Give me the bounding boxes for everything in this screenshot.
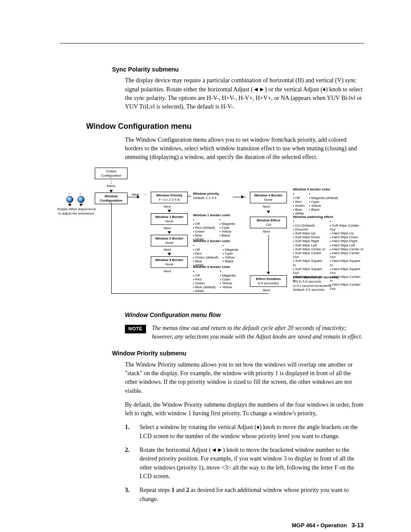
arrow-down-icon: [168, 210, 171, 212]
next-label: Next: [263, 288, 270, 292]
wpri-p1: The Window Priority submenu allows you t…: [125, 361, 364, 395]
bc-col-right: MagentaCyanYellowBlack: [219, 218, 235, 241]
lr-arrow-icon: ↔: [67, 192, 71, 196]
wpri-p2: By default, the Window Priority submenu …: [125, 401, 364, 418]
adjust-knob-vertical: [78, 196, 84, 203]
flow-caption: Window Configuration menu flow: [125, 311, 364, 319]
effect-duration-box: Effect Duration 0.5 second(s): [250, 275, 287, 286]
next-label: Next: [263, 205, 270, 208]
arrow-down-icon: [79, 204, 83, 206]
edur-title: Effect Duration: [252, 277, 285, 281]
menu-label: Menu: [107, 184, 115, 188]
output-config-label: Output Configuration: [101, 169, 121, 177]
window-config-paragraph: The Window Configuration menu allows you…: [125, 136, 364, 162]
arrow-right-text: →: [143, 193, 146, 196]
wp-side-title: Window priority: [193, 192, 219, 196]
window3-border-box: Window 3 Border None: [151, 256, 188, 268]
adjust-knob-horizontal: [66, 196, 73, 203]
next-label: Next: [164, 269, 171, 273]
next-label: Next: [164, 248, 171, 252]
bc4-title: Window 4 border color: [293, 187, 330, 191]
page: Sync Polarity submenu The display device…: [0, 0, 411, 532]
w3b-value: None: [153, 262, 186, 266]
next-label: Next: [263, 230, 270, 233]
window-config-box: Window Configuration: [95, 193, 128, 204]
edur-value: 0.5 second(s): [252, 281, 285, 285]
w4b-value: None: [252, 198, 285, 202]
window-config-box-label: Window Configuration: [100, 194, 122, 202]
top-rule: [60, 43, 364, 44]
ws-col-right: Soft Wipe Curtain OutHard Wipe UpHard Wi…: [330, 219, 364, 290]
arrow-down-icon: [168, 253, 171, 255]
window-priority-box: Window Priority F <1> 2 3 4 B: [151, 192, 188, 203]
step-1: Select a window by rotating the vertical…: [125, 423, 364, 441]
connector: [233, 197, 246, 197]
w1b-value: None: [153, 219, 186, 223]
weff-title: Window Effect: [252, 218, 285, 222]
bc2-list: OffRedGreen (default)BlueWhite MagentaCy…: [193, 243, 238, 267]
connector: [111, 178, 112, 184]
arrow-down-icon: [168, 231, 171, 234]
window-config-heading: Window Configuration menu: [86, 121, 364, 132]
bc-col-left: OffRedGreenBlue (default)White: [193, 269, 216, 293]
bc-col-left: OffRedGreenBlueWhite: [293, 192, 305, 215]
next-label: Next: [164, 226, 171, 230]
bc-col-right: Magenta (default)CyanYellowBlack: [309, 192, 338, 215]
arrow-down-icon: [68, 204, 72, 206]
ed-title: Effect duration (in seconds): [293, 275, 339, 279]
note-row: NOTE The menus time out and return to th…: [125, 324, 364, 342]
wp-title: Window Priority: [153, 193, 186, 197]
note-badge: NOTE: [125, 325, 146, 333]
bc-col-left: OffRedGreen (default)BlueWhite: [193, 243, 218, 267]
footer-page: 3-13: [352, 522, 364, 529]
page-footer: MGP 464 • Operation 3-13: [60, 521, 364, 530]
ud-arrow-icon: ↕: [79, 192, 81, 196]
weff-value: Cut: [252, 223, 285, 227]
step-2: Rotate the horizontal Adjust (◄►) knob t…: [125, 446, 364, 481]
wp-side-default: Default: 1 2 3 4: [193, 196, 216, 200]
rotate-note: Rotate either Adjust knob to adjust the …: [57, 207, 97, 215]
bc1-list: OffRed (default)GreenBlueWhite MagentaCy…: [193, 218, 235, 241]
output-config-box: Output Configuration: [95, 168, 128, 179]
wp-value: F <1> 2 3 4 B: [153, 198, 186, 202]
window-priority-heading: Window Priority submenu: [112, 349, 364, 358]
bc-col-right: MagentaCyanYellowYellow: [220, 269, 236, 293]
sync-paragraph: The display device may require a particu…: [125, 76, 364, 111]
bc2-title: Window 2 border color: [193, 239, 230, 243]
connector: [268, 235, 269, 274]
note-text: The menus time out and return to the def…: [152, 324, 364, 342]
w4b-title: Window 4 Border: [252, 193, 285, 197]
bc1-title: Window 1 border color: [193, 213, 230, 217]
sync-heading: Sync Polarity submenu: [112, 65, 364, 74]
connector: [188, 196, 191, 196]
bc-col-right: MagentaCyanYellowBlack: [223, 243, 238, 267]
window-effect-box: Window Effect Cut: [250, 217, 287, 228]
window2-border-box: Window 2 Border None: [151, 235, 188, 246]
connector: [111, 293, 268, 294]
steps-list: Select a window by rotating the vertical…: [125, 423, 364, 503]
ws-title: Window switching effect: [293, 215, 333, 219]
bc3-title: Window 3 border color: [193, 265, 230, 269]
w2b-title: Window 2 Border: [153, 236, 186, 240]
bc-col-left: OffRed (default)GreenBlueWhite: [193, 218, 215, 241]
step-3: Repeat steps 1 and 2 as desired for each…: [125, 486, 364, 504]
arrow-right-icon: [137, 195, 140, 199]
w1b-title: Window 1 Border: [153, 215, 186, 219]
window-config-diagram: ↔ ↕ Rotate either Adjust knob to adjust …: [60, 168, 364, 305]
bc3-list: OffRedGreenBlue (default)White MagentaCy…: [193, 269, 236, 293]
next-label: Next: [164, 205, 171, 208]
ed-lines: 0.0 to 5.0 secondsin 0.1 second incremen…: [293, 280, 331, 292]
w3b-title: Window 3 Border: [153, 258, 186, 262]
connector: [111, 203, 112, 293]
footer-title: MGP 464 • Operation: [292, 522, 347, 529]
window1-border-box: Window 1 Border None: [151, 213, 188, 224]
w2b-value: None: [153, 241, 186, 245]
bc4-list: OffRedGreenBlueWhite Magenta (default)Cy…: [293, 192, 338, 215]
window4-border-box: Window 4 Border None: [250, 192, 287, 203]
connector: [128, 197, 137, 197]
arrow-down-icon: [267, 211, 270, 213]
